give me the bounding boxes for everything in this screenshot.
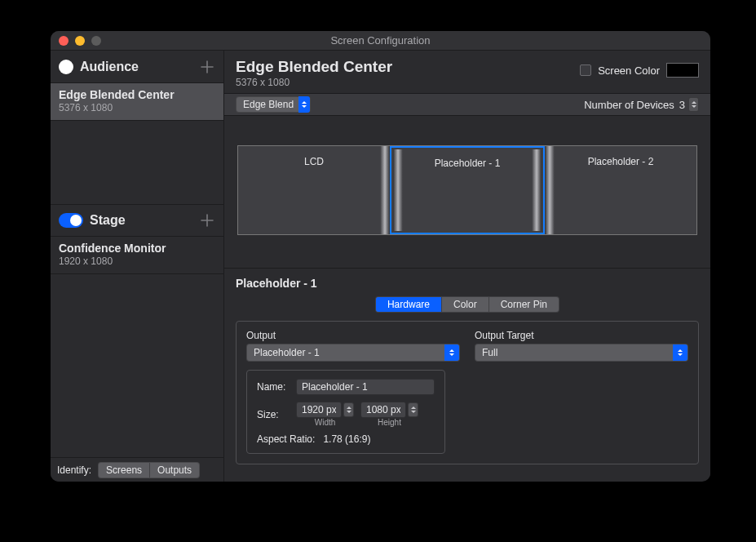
output-target-select-value: Full bbox=[482, 347, 497, 358]
traffic-lights bbox=[59, 36, 101, 46]
name-label: Name: bbox=[257, 381, 296, 393]
identify-label: Identify: bbox=[57, 464, 91, 476]
mode-row: Edge Blend Number of Devices 3 bbox=[224, 93, 710, 116]
output-target-label: Output Target bbox=[475, 330, 688, 341]
stage-toggle[interactable] bbox=[59, 213, 83, 228]
device-row: LCD Placeholder - 1 Placeholder - 2 bbox=[237, 145, 697, 235]
num-devices-value: 3 bbox=[679, 99, 685, 111]
device-label: Placeholder - 1 bbox=[435, 158, 501, 169]
blend-edge-icon bbox=[545, 146, 555, 234]
blend-edge-icon bbox=[380, 146, 390, 234]
chevron-updown-icon bbox=[298, 96, 310, 113]
device-label: LCD bbox=[304, 156, 324, 167]
output-label: Output bbox=[246, 330, 460, 341]
height-input[interactable] bbox=[360, 402, 406, 418]
detail-title: Placeholder - 1 bbox=[236, 277, 699, 290]
sidebar-header-audience: Audience bbox=[51, 51, 223, 83]
screen-color-label: Screen Color bbox=[598, 64, 660, 77]
sidebar-header-stage: Stage bbox=[51, 204, 223, 237]
identify-segment: Screens Outputs bbox=[98, 462, 200, 478]
sidebar-item-sublabel: 1920 x 1080 bbox=[59, 255, 215, 267]
width-caption: Width bbox=[315, 418, 336, 427]
device-2[interactable]: Placeholder - 2 bbox=[545, 146, 696, 234]
device-label: Placeholder - 2 bbox=[588, 156, 654, 167]
height-caption: Height bbox=[378, 418, 401, 427]
add-stage-button[interactable] bbox=[199, 212, 215, 229]
output-properties-panel: Name: Size: Width bbox=[246, 370, 445, 454]
output-select[interactable]: Placeholder - 1 bbox=[246, 344, 460, 362]
main: Edge Blended Center 5376 x 1080 Screen C… bbox=[224, 51, 710, 482]
titlebar: Screen Configuration bbox=[51, 31, 710, 51]
screen-resolution: 5376 x 1080 bbox=[236, 77, 580, 88]
maximize-window-button[interactable] bbox=[91, 36, 101, 46]
tab-corner-pin[interactable]: Corner Pin bbox=[489, 297, 559, 312]
blend-edge-icon bbox=[532, 149, 542, 231]
identify-outputs-button[interactable]: Outputs bbox=[149, 463, 199, 478]
device-canvas: LCD Placeholder - 1 Placeholder - 2 bbox=[224, 116, 710, 268]
detail-tabbar: Hardware Color Corner Pin bbox=[236, 296, 699, 313]
sidebar-section-audience: Audience Edge Blended Center 5376 x 1080 bbox=[51, 51, 223, 121]
sidebar-item-stage-0[interactable]: Confidence Monitor 1920 x 1080 bbox=[51, 237, 223, 274]
sidebar-item-sublabel: 5376 x 1080 bbox=[59, 102, 215, 113]
arrangement-mode-popup[interactable]: Edge Blend bbox=[236, 96, 311, 113]
detail-panel: Placeholder - 1 Hardware Color Corner Pi… bbox=[224, 268, 710, 476]
name-input[interactable] bbox=[296, 379, 435, 395]
screen-color-checkbox[interactable] bbox=[580, 64, 591, 76]
width-stepper[interactable] bbox=[343, 402, 354, 417]
sidebar-item-audience-0[interactable]: Edge Blended Center 5376 x 1080 bbox=[51, 83, 223, 121]
width-input[interactable] bbox=[296, 402, 342, 418]
sidebar: Audience Edge Blended Center 5376 x 1080… bbox=[51, 51, 224, 482]
tab-hardware[interactable]: Hardware bbox=[376, 297, 441, 312]
blend-edge-icon bbox=[393, 149, 403, 231]
height-stepper[interactable] bbox=[408, 402, 418, 417]
main-header: Edge Blended Center 5376 x 1080 Screen C… bbox=[224, 51, 710, 93]
sidebar-item-label: Confidence Monitor bbox=[59, 242, 215, 255]
chevron-updown-icon bbox=[673, 344, 687, 361]
minimize-window-button[interactable] bbox=[75, 36, 85, 46]
arrangement-mode-value: Edge Blend bbox=[243, 99, 294, 110]
stage-title: Stage bbox=[90, 213, 199, 228]
device-1[interactable]: Placeholder - 1 bbox=[390, 146, 545, 234]
tab-color[interactable]: Color bbox=[441, 297, 489, 312]
close-window-button[interactable] bbox=[59, 36, 69, 46]
sidebar-item-label: Edge Blended Center bbox=[59, 88, 215, 101]
window-body: Audience Edge Blended Center 5376 x 1080… bbox=[51, 51, 710, 482]
sidebar-footer: Identify: Screens Outputs bbox=[51, 457, 223, 482]
size-label: Size: bbox=[257, 409, 296, 420]
window-title: Screen Configuration bbox=[51, 34, 710, 47]
screen-color-well[interactable] bbox=[666, 63, 699, 78]
sidebar-section-stage: Stage Confidence Monitor 1920 x 1080 bbox=[51, 204, 223, 274]
add-audience-button[interactable] bbox=[199, 59, 215, 75]
output-target-select[interactable]: Full bbox=[475, 344, 688, 362]
window: Screen Configuration Audience Edge Blend… bbox=[51, 31, 710, 482]
num-devices-label: Number of Devices bbox=[584, 99, 674, 111]
num-devices-stepper[interactable] bbox=[688, 97, 699, 112]
output-select-value: Placeholder - 1 bbox=[254, 347, 320, 358]
identify-screens-button[interactable]: Screens bbox=[99, 463, 149, 478]
screen-title: Edge Blended Center bbox=[236, 58, 580, 76]
chevron-updown-icon bbox=[444, 344, 459, 361]
aspect-ratio-value: 1.78 (16:9) bbox=[323, 433, 370, 445]
detail-body: Output Placeholder - 1 Output Target Ful… bbox=[236, 321, 699, 464]
audience-indicator-icon bbox=[59, 60, 73, 74]
device-0[interactable]: LCD bbox=[238, 146, 390, 234]
aspect-ratio-label: Aspect Ratio: bbox=[257, 433, 315, 445]
audience-title: Audience bbox=[80, 60, 199, 74]
